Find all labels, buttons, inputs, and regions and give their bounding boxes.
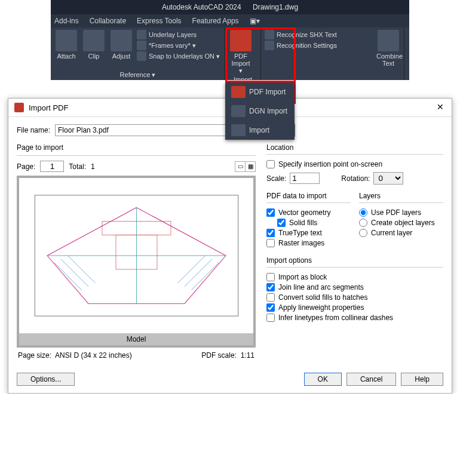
- dropdown-dgn-import[interactable]: DGN Import: [225, 102, 295, 121]
- vector-geometry-checkbox[interactable]: Vector geometry: [266, 208, 351, 217]
- page-label: Page:: [17, 162, 35, 171]
- close-button[interactable]: ✕: [435, 102, 446, 113]
- combine-label2: Text: [376, 60, 400, 67]
- pdf-scale-label: PDF scale:: [201, 351, 237, 360]
- current-layer-label: Current layer: [371, 229, 412, 237]
- clip-label: Clip: [82, 53, 106, 60]
- svg-line-5: [61, 259, 88, 287]
- raster-images-checkbox[interactable]: Raster images: [266, 239, 351, 247]
- specify-insertion-checkbox[interactable]: Specify insertion point on-screen: [266, 160, 443, 168]
- layers-title: Layers: [359, 192, 443, 200]
- solid-fills-checkbox[interactable]: Solid fills: [277, 219, 351, 227]
- autocad-ribbon: Autodesk AutoCAD 2024 Drawing1.dwg Add-i…: [51, 0, 409, 80]
- tab-overflow-icon[interactable]: ▣▾: [250, 17, 260, 25]
- title-bar: Autodesk AutoCAD 2024 Drawing1.dwg: [51, 0, 409, 14]
- clip-button[interactable]: Clip: [82, 30, 106, 70]
- solid-fills-label: Solid fills: [289, 219, 317, 227]
- doc-name: Drawing1.dwg: [253, 3, 298, 11]
- layers-icon: [137, 30, 146, 39]
- vector-geometry-label: Vector geometry: [278, 208, 330, 217]
- rotation-select[interactable]: 0: [373, 172, 403, 185]
- frames-vary-button[interactable]: *Frames vary* ▾: [137, 41, 220, 50]
- view-single-icon[interactable]: ▭: [235, 161, 246, 172]
- total-value: 1: [91, 162, 95, 171]
- use-pdf-layers-label: Use PDF layers: [371, 208, 421, 217]
- convert-fills-label: Convert solid fills to hatches: [278, 293, 367, 302]
- import-icon: [231, 124, 246, 136]
- attach-button[interactable]: Attach: [54, 30, 78, 70]
- truetype-text-label: TrueType text: [278, 229, 322, 237]
- adjust-button[interactable]: Adjust: [109, 30, 133, 70]
- ribbon-group-reference: Attach Clip Adjust Underlay Layers *Fram…: [51, 27, 225, 80]
- tab-express-tools[interactable]: Express Tools: [137, 17, 181, 25]
- import-pdf-dialog: Import PDF ✕ File name: Browse... Page t…: [8, 98, 452, 394]
- page-size-label: Page size:: [18, 351, 51, 360]
- reference-group-footer[interactable]: Reference ▾: [54, 70, 221, 79]
- pdf-import-icon: [231, 86, 246, 98]
- combine-label1: Combine: [376, 53, 400, 60]
- page-preview: Model: [17, 176, 256, 348]
- pdf-data-title: PDF data to import: [266, 192, 351, 200]
- rotation-label: Rotation:: [341, 174, 370, 183]
- snap-underlays-button[interactable]: Snap to Underlays ON ▾: [137, 51, 220, 61]
- frames-icon: [137, 41, 146, 50]
- ribbon-tab-strip: Add-ins Collaborate Express Tools Featur…: [51, 14, 409, 27]
- scale-input[interactable]: [290, 173, 320, 184]
- adjust-icon: [111, 30, 132, 51]
- infer-linetypes-checkbox[interactable]: Infer linetypes from collinear dashes: [266, 314, 443, 322]
- join-segments-checkbox[interactable]: Join line and arc segments: [266, 283, 443, 291]
- create-object-layers-label: Create object layers: [371, 219, 435, 227]
- options-button[interactable]: Options...: [17, 373, 75, 386]
- svg-line-4: [54, 262, 81, 290]
- dropdown-pdf-import[interactable]: PDF Import: [225, 82, 295, 102]
- specify-insertion-label: Specify insertion point on-screen: [278, 160, 382, 168]
- pdf-scale-value: 1:11: [241, 351, 254, 360]
- file-name-input[interactable]: [55, 124, 234, 136]
- pdf-import-dropdown: PDF Import DGN Import Import: [225, 82, 295, 140]
- highlight-box-button: [225, 27, 296, 82]
- dropdown-dgn-import-label: DGN Import: [249, 107, 287, 115]
- apply-lineweight-checkbox[interactable]: Apply lineweight properties: [266, 303, 443, 312]
- tab-collaborate[interactable]: Collaborate: [90, 17, 126, 25]
- page-input[interactable]: [40, 161, 64, 172]
- convert-fills-checkbox[interactable]: Convert solid fills to hatches: [266, 293, 443, 302]
- cancel-button[interactable]: Cancel: [346, 373, 396, 386]
- view-grid-icon[interactable]: ▦: [245, 161, 256, 172]
- adjust-label: Adjust: [109, 53, 133, 60]
- current-layer-radio[interactable]: Current layer: [359, 229, 443, 237]
- preview-canvas: [19, 178, 253, 333]
- dialog-title: Import PDF: [29, 103, 68, 112]
- raster-images-label: Raster images: [278, 239, 324, 247]
- dropdown-import[interactable]: Import: [225, 121, 295, 140]
- combine-text-button[interactable]: Combine Text: [376, 30, 400, 79]
- attach-icon: [56, 30, 77, 51]
- join-segments-label: Join line and arc segments: [278, 283, 364, 291]
- snap-label: Snap to Underlays ON ▾: [149, 53, 220, 60]
- truetype-text-checkbox[interactable]: TrueType text: [266, 229, 351, 237]
- import-as-block-checkbox[interactable]: Import as block: [266, 273, 443, 281]
- page-to-import-title: Page to import: [17, 143, 256, 152]
- scale-label: Scale:: [266, 174, 286, 183]
- attach-label: Attach: [54, 53, 78, 60]
- combine-text-icon: [378, 30, 399, 51]
- tab-featured-apps[interactable]: Featured Apps: [192, 17, 239, 25]
- ok-button[interactable]: OK: [304, 373, 342, 386]
- dropdown-pdf-import-label: PDF Import: [249, 88, 286, 96]
- create-object-layers-radio[interactable]: Create object layers: [359, 219, 443, 227]
- autocad-app-icon: [14, 103, 24, 112]
- infer-linetypes-label: Infer linetypes from collinear dashes: [278, 314, 393, 322]
- floor-plan-thumbnail: [33, 194, 240, 318]
- underlay-layers-button[interactable]: Underlay Layers: [137, 30, 220, 39]
- page-size-value: ANSI D (34 x 22 inches): [55, 351, 132, 360]
- dropdown-import-label: Import: [249, 126, 269, 134]
- use-pdf-layers-radio[interactable]: Use PDF layers: [359, 208, 443, 217]
- help-button[interactable]: Help: [401, 373, 443, 386]
- app-name: Autodesk AutoCAD 2024: [162, 3, 241, 11]
- underlay-layers-label: Underlay Layers: [149, 31, 197, 38]
- dgn-import-icon: [231, 105, 246, 117]
- tab-addins[interactable]: Add-ins: [54, 17, 79, 25]
- frames-label: *Frames vary* ▾: [149, 42, 196, 50]
- snap-icon: [137, 51, 146, 61]
- svg-line-6: [68, 256, 95, 283]
- apply-lineweight-label: Apply lineweight properties: [278, 303, 364, 312]
